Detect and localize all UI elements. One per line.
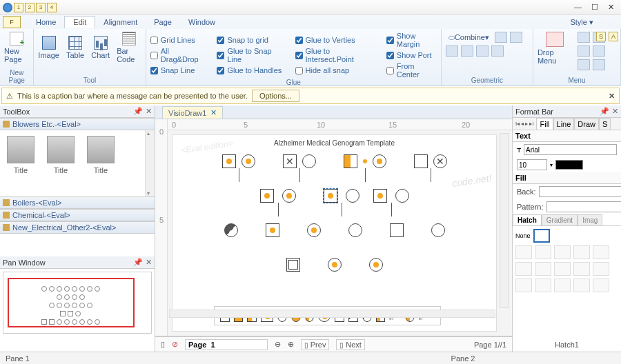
font-select[interactable] (524, 144, 617, 155)
chk-hidesnap[interactable]: Hide all snap (295, 66, 374, 74)
size-select[interactable] (517, 159, 547, 170)
badge-a[interactable]: A (609, 32, 618, 41)
drop-menu-button[interactable]: Drop Menu (538, 32, 572, 65)
toolbox-scrollbar[interactable] (145, 130, 155, 196)
nav-plus[interactable]: ⊕ (288, 340, 294, 349)
geom-op-4[interactable] (461, 46, 473, 57)
m5[interactable] (578, 59, 590, 70)
chk-glueverts[interactable]: Glue to Verties (295, 36, 374, 44)
geom-op-1[interactable] (495, 32, 507, 43)
format-close[interactable]: ✕ (612, 107, 618, 116)
back-field[interactable] (539, 186, 621, 197)
m4[interactable] (593, 46, 605, 57)
ft-prev[interactable]: ◂ (521, 121, 524, 127)
shape-thumb-2[interactable] (47, 136, 75, 163)
tab-close-icon[interactable]: ✕ (210, 108, 217, 117)
shape-thumb-3[interactable] (87, 136, 115, 163)
canvas-scroll-h[interactable] (169, 310, 495, 318)
combine-button[interactable]: ⬭Combine▾ (446, 32, 492, 43)
m1[interactable] (578, 32, 590, 43)
chk-gluehandles[interactable]: Glue to Handles (217, 66, 282, 74)
hatch-cell[interactable] (573, 245, 590, 259)
geometric-ops[interactable]: ⬭Combine▾ (446, 32, 529, 57)
barcode-button[interactable]: Bar Code (117, 32, 141, 63)
color-swatch[interactable] (555, 160, 583, 170)
geom-op-5[interactable] (476, 46, 489, 57)
acc-chemical[interactable]: Chemical-<Eval> (0, 209, 155, 221)
qat-3[interactable]: 3 (36, 3, 46, 12)
hatch-tab-image[interactable]: Imag (578, 214, 602, 225)
acc-boilers[interactable]: Boilers-<Eval> (0, 196, 155, 209)
qat-4[interactable]: 4 (47, 3, 57, 12)
hatch-cell[interactable] (515, 262, 532, 276)
chk-dragdrop[interactable]: All Drag&Drop (150, 47, 205, 63)
qat-1[interactable]: 1 (14, 3, 23, 12)
document-tab[interactable]: VisioDraw1✕ (162, 106, 223, 119)
hatch-cell[interactable] (593, 262, 609, 276)
next-button[interactable]: ▯ Next (336, 339, 364, 350)
genogram[interactable] (172, 154, 496, 292)
table-button[interactable]: Table (66, 36, 84, 59)
image-button[interactable]: Image (38, 36, 59, 59)
canvas-scroll-v[interactable] (500, 133, 509, 308)
nav-minus[interactable]: ⊖ (275, 340, 281, 349)
fmt-tab-draw[interactable]: Draw (574, 118, 599, 130)
hatch-cell[interactable] (535, 279, 551, 292)
panwin-close[interactable]: ✕ (146, 258, 152, 267)
caption-close[interactable]: ✕ (609, 92, 615, 101)
fmt-tab-fill[interactable]: Fill (536, 118, 553, 130)
acc-blowers[interactable]: Blowers Etc.-<Eval> (0, 118, 155, 130)
geom-op-2[interactable] (510, 32, 522, 43)
options-button[interactable]: Options... (252, 90, 299, 102)
acc-electrical[interactable]: New_Electrical_Other2-<Eval> (0, 221, 155, 234)
hatch-cell[interactable] (554, 245, 571, 259)
toolbox-close[interactable]: ✕ (146, 107, 152, 116)
hatch-cell[interactable] (554, 262, 571, 276)
prev-button[interactable]: ▯ Prev (301, 339, 329, 350)
chart-button[interactable]: Chart (91, 36, 110, 59)
hatch-cell[interactable] (535, 262, 551, 276)
badge-s[interactable]: S (596, 32, 606, 41)
shape-thumb-1[interactable] (7, 136, 34, 163)
tab-edit[interactable]: Edit (64, 16, 95, 28)
hatch-cell[interactable] (573, 279, 590, 292)
minimize-button[interactable]: — (574, 3, 582, 12)
fmt-tab-s[interactable]: S (599, 118, 611, 130)
m6[interactable] (593, 59, 605, 70)
chk-glueintersect[interactable]: Glue to Intersect.Point (295, 47, 374, 63)
tab-page[interactable]: Page (146, 17, 180, 28)
maximize-button[interactable]: ☐ (591, 3, 598, 12)
tab-window[interactable]: Window (180, 17, 224, 28)
chk-gridlines[interactable]: Grid Lines (150, 36, 205, 44)
chk-showport[interactable]: Show Port (386, 51, 437, 59)
toolbox-pin[interactable]: 📌 (133, 107, 143, 116)
pattern-field[interactable] (546, 201, 621, 212)
hatch-grid[interactable] (515, 245, 618, 292)
format-pin[interactable]: 📌 (600, 107, 609, 116)
close-button[interactable]: ✕ (608, 3, 614, 12)
chk-snapgrid[interactable]: Snap to grid (217, 36, 282, 44)
chk-snapline[interactable]: Snap Line (150, 66, 205, 74)
ft-next[interactable]: ▸ (525, 121, 528, 127)
hatch-cell[interactable] (535, 245, 551, 259)
ft-last[interactable]: ▸I (529, 121, 533, 127)
style-dropdown[interactable]: Style ▾ (570, 18, 621, 27)
hatch-cell[interactable] (515, 279, 532, 292)
geom-op-6[interactable] (491, 46, 504, 57)
nav-first[interactable]: ▯ (161, 340, 165, 349)
fmt-tab-line[interactable]: Line (553, 118, 575, 130)
m3[interactable] (578, 46, 590, 57)
chk-gluesnap[interactable]: Glue to Snap Line (217, 47, 282, 63)
new-page-button[interactable]: New Page (4, 32, 29, 63)
hatch-tab-hatch[interactable]: Hatch (513, 214, 542, 225)
hatch-cell[interactable] (573, 262, 590, 276)
tab-home[interactable]: Home (28, 17, 64, 28)
panwin-pin[interactable]: 📌 (133, 258, 143, 267)
chk-showmargin[interactable]: Show Margin (386, 32, 437, 48)
geom-op-3[interactable] (446, 46, 458, 57)
qat-2[interactable]: 2 (25, 3, 34, 12)
nav-delete[interactable]: ⊘ (172, 340, 178, 349)
chk-fromcenter[interactable]: From Center (386, 62, 437, 79)
hatch-cell[interactable] (593, 245, 609, 259)
file-button[interactable]: F (3, 16, 21, 28)
